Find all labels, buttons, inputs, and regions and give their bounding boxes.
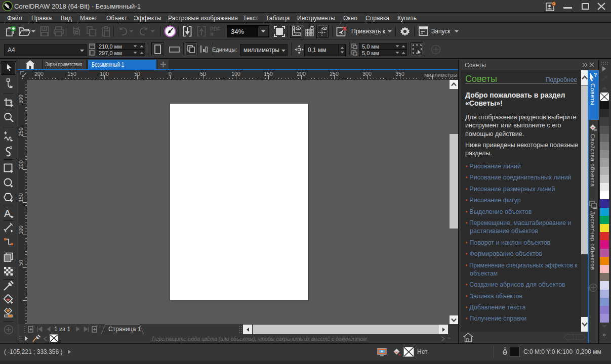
svg-text:?: ?	[594, 72, 597, 78]
svg-text:x: x	[356, 47, 357, 49]
svg-text:A: A	[4, 208, 11, 219]
svg-text:y: y	[356, 53, 357, 56]
